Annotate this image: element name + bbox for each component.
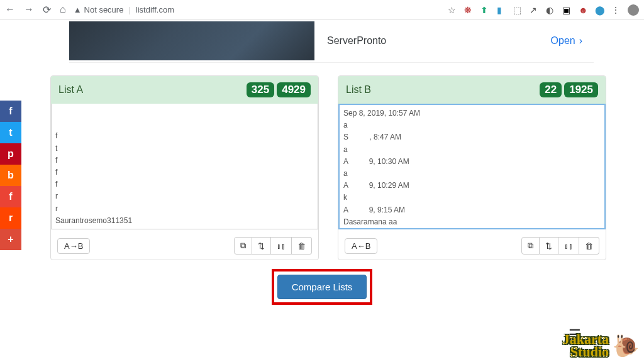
list-a-title: List A bbox=[58, 84, 83, 96]
list-a-textarea[interactable] bbox=[51, 104, 318, 229]
warning-icon: ▲ bbox=[74, 5, 82, 14]
list-b-panel: List B 22 1925 A←B ⧉ ⇅ ⫾⫿ 🗑 bbox=[338, 75, 606, 260]
ad-open-link[interactable]: Open › bbox=[551, 35, 594, 47]
copy-icon: ⧉ bbox=[240, 241, 246, 250]
social-email[interactable]: f bbox=[0, 186, 21, 207]
swap-b-to-a-button[interactable]: A←B bbox=[345, 238, 377, 254]
ext-icon[interactable]: ⋮ bbox=[611, 5, 621, 15]
back-button[interactable]: ← bbox=[5, 4, 15, 16]
list-b-count1: 22 bbox=[540, 82, 562, 97]
ad-banner[interactable]: ServerPronto Open › bbox=[69, 19, 594, 63]
chart-icon: ⫾⫿ bbox=[277, 241, 286, 251]
social-blogger[interactable]: b bbox=[0, 165, 21, 186]
ad-brand: ServerPronto bbox=[314, 35, 551, 47]
copy-button[interactable]: ⧉ bbox=[234, 237, 252, 255]
ext-icon[interactable]: ❋ bbox=[464, 5, 474, 15]
ext-icon[interactable]: ⬚ bbox=[513, 5, 523, 15]
list-b-title: List B bbox=[346, 84, 371, 96]
swap-a-to-b-button[interactable]: A→B bbox=[57, 238, 90, 254]
browser-toolbar: ← → ⟳ ⌂ ▲ Not secure | listdiff.com ☆ ❋ … bbox=[0, 0, 644, 20]
list-a-count1: 325 bbox=[247, 82, 274, 97]
social-facebook[interactable]: f bbox=[0, 101, 21, 122]
list-a-header: List A 325 4929 bbox=[51, 76, 318, 104]
sort-button[interactable]: ⇅ bbox=[540, 237, 558, 255]
trash-icon: 🗑 bbox=[297, 241, 306, 251]
ext-icon[interactable]: ▮ bbox=[497, 5, 507, 15]
chevron-right-icon: › bbox=[579, 35, 582, 47]
star-icon[interactable]: ☆ bbox=[448, 5, 458, 15]
list-a-count2: 4929 bbox=[277, 82, 311, 97]
ad-image bbox=[69, 21, 314, 60]
compare-section: Compare Lists bbox=[0, 269, 644, 305]
separator: | bbox=[128, 5, 130, 14]
social-twitter[interactable]: t bbox=[0, 122, 21, 143]
social-gplus[interactable]: + bbox=[0, 229, 21, 250]
ext-icon[interactable]: ⬆ bbox=[480, 5, 491, 15]
ext-icon[interactable]: ⬤ bbox=[595, 5, 605, 15]
list-b-textarea[interactable] bbox=[338, 104, 606, 229]
extension-icons: ☆ ❋ ⬆ ▮ ⬚ ↗ ◐ ▣ ☻ ⬤ ⋮ bbox=[448, 4, 639, 16]
list-a-panel: List A 325 4929 A→B ⧉ ⇅ ⫾⫿ 🗑 bbox=[50, 75, 319, 260]
social-rail: f t p b f r + bbox=[0, 101, 21, 250]
social-reddit[interactable]: r bbox=[0, 207, 21, 229]
copy-button[interactable]: ⧉ bbox=[521, 237, 540, 255]
delete-button[interactable]: 🗑 bbox=[292, 237, 312, 255]
sort-icon: ⇅ bbox=[258, 241, 265, 251]
list-b-toolbar: A←B ⧉ ⇅ ⫾⫿ 🗑 bbox=[338, 232, 606, 260]
home-button[interactable]: ⌂ bbox=[60, 4, 66, 16]
ext-icon[interactable]: ▣ bbox=[562, 5, 572, 15]
main-content: List A 325 4929 A→B ⧉ ⇅ ⫾⫿ 🗑 List B 22 1… bbox=[0, 69, 644, 260]
address-bar[interactable]: ▲ Not secure | listdiff.com bbox=[74, 5, 174, 14]
watermark: Jakarta Studio 🐌 bbox=[563, 333, 639, 358]
snail-icon: 🐌 bbox=[613, 333, 639, 358]
compare-button[interactable]: Compare Lists bbox=[277, 275, 367, 299]
compare-highlight: Compare Lists bbox=[272, 269, 373, 305]
reload-button[interactable]: ⟳ bbox=[43, 4, 51, 16]
ext-icon[interactable]: ◐ bbox=[546, 5, 556, 15]
chart-icon: ⫾⫿ bbox=[564, 241, 573, 251]
social-pinterest[interactable]: p bbox=[0, 143, 21, 165]
ext-icon[interactable]: ↗ bbox=[530, 5, 540, 15]
ad-cta-label: Open bbox=[551, 35, 575, 47]
ext-icon[interactable]: ☻ bbox=[579, 5, 589, 15]
list-b-header: List B 22 1925 bbox=[338, 76, 606, 104]
trash-icon: 🗑 bbox=[585, 241, 593, 251]
list-a-toolbar: A→B ⧉ ⇅ ⫾⫿ 🗑 bbox=[51, 232, 318, 260]
copy-icon: ⧉ bbox=[528, 241, 533, 250]
delete-button[interactable]: 🗑 bbox=[579, 237, 599, 255]
url-text: listdiff.com bbox=[136, 5, 174, 14]
avatar-icon[interactable] bbox=[628, 4, 639, 16]
list-b-badges: 22 1925 bbox=[540, 82, 598, 97]
security-indicator: ▲ Not secure bbox=[74, 5, 124, 14]
forward-button[interactable]: → bbox=[24, 4, 34, 16]
chart-button[interactable]: ⫾⫿ bbox=[558, 237, 579, 255]
list-b-count2: 1925 bbox=[564, 82, 598, 97]
sort-button[interactable]: ⇅ bbox=[252, 237, 271, 255]
list-a-badges: 325 4929 bbox=[247, 82, 311, 97]
nav-buttons: ← → ⟳ ⌂ bbox=[5, 4, 66, 16]
watermark-line2: Studio bbox=[563, 346, 609, 358]
security-label: Not secure bbox=[84, 5, 124, 14]
chart-button[interactable]: ⫾⫿ bbox=[271, 237, 292, 255]
sort-icon: ⇅ bbox=[545, 241, 552, 251]
